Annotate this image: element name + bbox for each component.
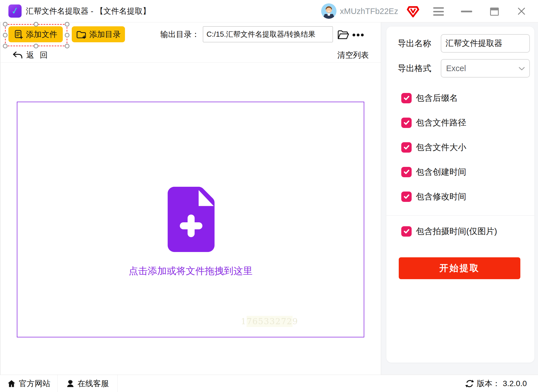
checkbox-checked-icon: [401, 93, 412, 103]
back-arrow-icon: [12, 51, 23, 60]
checkbox-checked-icon: [401, 142, 412, 153]
selection-handle[interactable]: [65, 33, 69, 38]
option-label: 包含后缀名: [416, 92, 458, 104]
start-extract-button[interactable]: 开始提取: [399, 257, 520, 279]
menu-button[interactable]: [433, 7, 444, 16]
option-include-size[interactable]: 包含文件大小: [401, 142, 466, 153]
file-dropzone[interactable]: 点击添加或将文件拖拽到这里 1765332729: [17, 102, 364, 337]
vip-badge-icon[interactable]: [407, 6, 419, 18]
online-support-label: 在线客服: [78, 378, 109, 389]
dropzone-hint: 点击添加或将文件拖拽到这里: [17, 265, 364, 277]
settings-sidebar: 导出名称 导出格式 Excel 包含后缀名 包含文件路径: [381, 22, 538, 375]
file-plus-icon: [166, 187, 216, 252]
checkbox-checked-icon: [401, 118, 412, 128]
official-site-link[interactable]: 官方网站: [0, 375, 58, 392]
selection-handle[interactable]: [34, 44, 38, 48]
customer-service-icon: [66, 380, 74, 388]
option-label: 包含拍摄时间(仅图片): [416, 226, 497, 237]
option-include-extension[interactable]: 包含后缀名: [401, 93, 458, 103]
document-plus-icon: [14, 30, 23, 39]
export-format-label: 导出格式: [398, 59, 431, 78]
checkbox-checked-icon: [401, 167, 412, 177]
export-format-value: Excel: [446, 60, 466, 77]
avatar-image: [321, 3, 337, 19]
app-logo-icon: ✓: [8, 4, 22, 18]
chevron-down-icon: [519, 67, 525, 71]
option-include-photo-time[interactable]: 包含拍摄时间(仅图片): [401, 226, 497, 237]
version-info: 版本： 3.2.0.0: [465, 375, 527, 392]
add-files-button[interactable]: 添加文件: [8, 26, 63, 42]
watermark: 1765332729: [247, 316, 293, 327]
official-site-label: 官方网站: [19, 378, 50, 389]
version-label: 版本：: [477, 378, 500, 389]
toolbar-divider: [0, 62, 381, 63]
checkbox-checked-icon: [401, 192, 412, 202]
output-dir-input[interactable]: [203, 26, 333, 42]
selection-handle[interactable]: [34, 22, 38, 27]
username: xMUzhTFb22Ez: [340, 0, 398, 22]
clear-list-button[interactable]: 清空列表: [337, 50, 369, 60]
browse-folder-button[interactable]: [337, 30, 349, 40]
user-avatar[interactable]: [321, 3, 337, 19]
window-title: 汇帮文件名提取器 - 【文件名提取】: [26, 0, 150, 22]
option-label: 包含文件路径: [416, 117, 466, 129]
back-button[interactable]: 返 回: [12, 50, 49, 60]
export-name-input[interactable]: [441, 34, 530, 53]
option-include-modified-time[interactable]: 包含修改时间: [401, 191, 466, 202]
footer: 官方网站 在线客服 版本： 3.2.0.0: [0, 375, 538, 392]
close-button[interactable]: [517, 7, 526, 15]
option-label: 包含文件大小: [416, 142, 466, 153]
close-icon: [517, 7, 526, 15]
folder-plus-icon: [76, 30, 86, 39]
home-icon: [7, 380, 16, 388]
selection-handle[interactable]: [65, 22, 69, 27]
option-include-path[interactable]: 包含文件路径: [401, 117, 466, 128]
back-label: 返 回: [26, 50, 49, 60]
output-dir-label: 输出目录：: [160, 26, 200, 42]
maximize-button[interactable]: [490, 8, 499, 16]
selection-handle[interactable]: [3, 33, 8, 38]
settings-card: 导出名称 导出格式 Excel 包含后缀名 包含文件路径: [386, 27, 534, 363]
export-name-label: 导出名称: [398, 34, 431, 53]
selection-handle[interactable]: [3, 22, 8, 27]
app-window: ✓ 汇帮文件名提取器 - 【文件名提取】 xMUzhTFb22Ez: [0, 0, 538, 392]
selection-handle[interactable]: [3, 44, 8, 48]
version-value: 3.2.0.0: [503, 379, 527, 388]
add-files-label: 添加文件: [26, 29, 57, 40]
titlebar: ✓ 汇帮文件名提取器 - 【文件名提取】 xMUzhTFb22Ez: [0, 0, 538, 22]
minimize-button[interactable]: [461, 11, 472, 12]
add-folder-label: 添加目录: [89, 29, 121, 40]
export-format-select[interactable]: Excel: [441, 59, 530, 78]
more-options-button[interactable]: [352, 33, 364, 38]
ellipsis-icon: [352, 33, 364, 37]
refresh-icon[interactable]: [465, 379, 474, 388]
option-label: 包含创建时间: [416, 166, 466, 178]
open-folder-icon: [337, 30, 349, 40]
selection-handle[interactable]: [65, 44, 69, 48]
option-label: 包含修改时间: [416, 191, 466, 202]
add-folder-button[interactable]: 添加目录: [72, 26, 125, 42]
checkbox-checked-icon: [401, 226, 412, 237]
online-support-link[interactable]: 在线客服: [58, 375, 118, 392]
option-include-created-time[interactable]: 包含创建时间: [401, 167, 466, 177]
options-divider: [386, 215, 534, 216]
